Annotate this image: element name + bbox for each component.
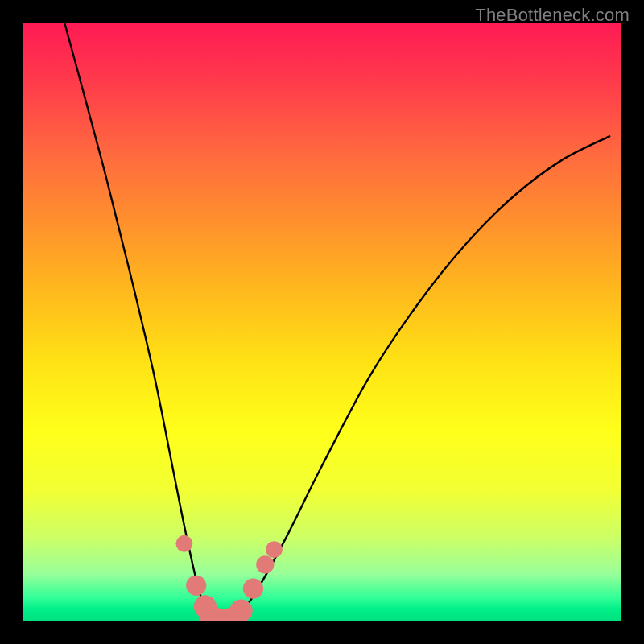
chart-frame: TheBottleneck.com bbox=[0, 0, 644, 644]
bottleneck-curve bbox=[64, 23, 609, 621]
watermark-text: TheBottleneck.com bbox=[475, 5, 630, 26]
marker-dot bbox=[186, 576, 206, 596]
marker-dot bbox=[175, 535, 192, 552]
curve-layer bbox=[23, 23, 621, 621]
marker-dot bbox=[243, 578, 263, 598]
curve-markers bbox=[175, 535, 282, 621]
marker-dot bbox=[266, 541, 283, 558]
plot-area bbox=[23, 23, 621, 621]
marker-dot bbox=[256, 555, 274, 573]
marker-dot bbox=[229, 599, 252, 621]
